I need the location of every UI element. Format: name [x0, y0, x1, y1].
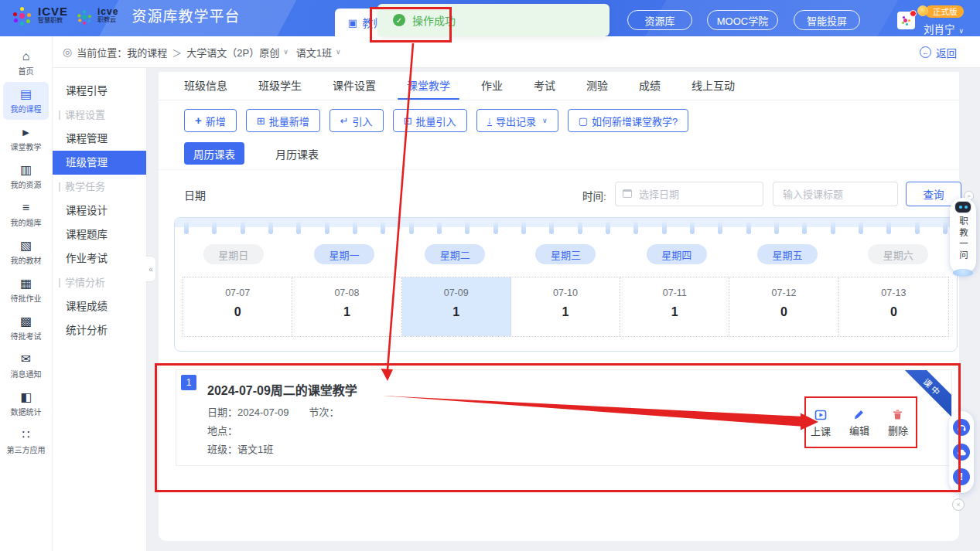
tab-online-interaction[interactable]: 线上互动 — [691, 72, 735, 100]
submenu-course-grades[interactable]: 课程成绩 — [53, 294, 146, 318]
assistant-label: 职教一问 — [957, 216, 969, 261]
back-arrow-icon — [920, 46, 931, 58]
sidebar-collapse-handle[interactable]: « — [146, 256, 156, 282]
tab-class-info[interactable]: 班级信息 — [184, 72, 227, 100]
sidebar-item-textbooks[interactable]: 我的教材 — [3, 233, 49, 271]
import-button[interactable]: 引入 — [330, 109, 384, 132]
app-grid-icon[interactable] — [897, 12, 915, 29]
date-cell[interactable]: 07-12 0 — [729, 277, 838, 336]
exam-icon — [20, 315, 32, 328]
date-picker-input[interactable] — [615, 182, 763, 206]
home-icon — [22, 50, 30, 63]
brand2-name: icve — [97, 7, 118, 17]
binder-rings — [184, 222, 948, 235]
sidebar-item-third-party-apps[interactable]: 第三方应用 — [3, 423, 49, 461]
tab-class-students[interactable]: 班级学生 — [258, 72, 302, 100]
day-pill-saturday[interactable]: 星期六 — [868, 244, 928, 264]
brand2-sub: 职教云 — [97, 17, 118, 23]
start-class-button[interactable]: 上课 — [811, 409, 831, 438]
batch-add-button[interactable]: 批量新增 — [246, 109, 320, 132]
submenu-course-question-bank[interactable]: 课程题库 — [53, 223, 146, 247]
date-cell[interactable]: 07-13 0 — [839, 277, 948, 336]
date-cell-selected[interactable]: 07-09 1 — [402, 277, 511, 336]
tab-grades[interactable]: 成绩 — [639, 72, 661, 100]
back-button[interactable]: 返回 — [920, 36, 957, 68]
submenu-course-design[interactable]: 课程设计 — [53, 199, 146, 223]
day-pill-sunday[interactable]: 星期日 — [203, 244, 264, 264]
breadcrumb-my-courses[interactable]: 我的课程 — [127, 45, 167, 60]
date-cell[interactable]: 07-11 1 — [620, 277, 729, 336]
toolbar: 新增 批量新增 引入 批量引入 导出记录 ∨ 如何新增课堂教学? — [184, 109, 688, 132]
tab-quizzes[interactable]: 测验 — [586, 72, 608, 100]
submenu-course-guide[interactable]: 课程引导 — [53, 79, 146, 103]
lesson-title: 2024-07-09周二的课堂教学 — [207, 380, 357, 399]
day-pill-friday[interactable]: 星期五 — [757, 244, 818, 264]
feedback-icon[interactable]: ! — [953, 468, 970, 485]
sidebar-item-homework-review[interactable]: 待批作业 — [3, 271, 49, 309]
sidebar-item-question-bank[interactable]: 我的题库 — [3, 196, 49, 233]
date-cell[interactable]: 07-08 1 — [292, 277, 401, 336]
floating-tools: ! — [949, 411, 974, 493]
weekday-row: 星期日 星期一 星期二 星期三 星期四 星期五 星期六 — [178, 244, 954, 264]
sidebar-item-notifications[interactable]: 消息通知 — [3, 347, 49, 385]
delete-button[interactable]: 删除 — [888, 409, 908, 438]
date-section-label: 日期 — [184, 187, 206, 202]
day-pill-wednesday[interactable]: 星期三 — [535, 244, 596, 264]
add-button[interactable]: 新增 — [184, 109, 237, 132]
support-headset-icon[interactable] — [953, 419, 970, 436]
submenu-class-management[interactable]: 班级管理 — [53, 151, 146, 175]
cloud-decoration — [953, 269, 973, 277]
sidebar-item-home[interactable]: 首页 — [3, 44, 49, 82]
batch-import-button[interactable]: 批量引入 — [393, 109, 467, 132]
lesson-actions: 上课 编辑 删除 — [811, 409, 908, 438]
location-icon — [63, 46, 77, 58]
sidebar-item-data-statistics[interactable]: 数据统计 — [3, 385, 49, 423]
nav-mooc-academy[interactable]: MOOC学院 — [707, 10, 778, 30]
monthly-schedule-tab[interactable]: 月历课表 — [275, 146, 319, 162]
textbook-icon — [20, 240, 32, 252]
nav-resource-library[interactable]: 资源库 — [627, 10, 692, 30]
day-pill-thursday[interactable]: 星期四 — [647, 244, 707, 264]
user-menu[interactable]: 刘肖宁 — [924, 21, 964, 36]
export-records-button[interactable]: 导出记录 ∨ — [476, 109, 558, 132]
chart-icon — [20, 391, 32, 403]
schedule-view-tabs: 周历课表 月历课表 — [184, 142, 319, 165]
sidebar-item-my-resources[interactable]: 我的资源 — [3, 158, 49, 196]
tab-exams[interactable]: 考试 — [534, 72, 555, 100]
pencil-icon — [853, 409, 865, 420]
tab-courseware-settings[interactable]: 课件设置 — [333, 72, 376, 100]
sidebar-item-exam-review[interactable]: 待批考试 — [3, 309, 49, 347]
brand1-sub: 智慧职教 — [38, 18, 68, 24]
submenu-homework-exam[interactable]: 作业考试 — [53, 247, 146, 270]
plus-icon — [195, 115, 202, 126]
date-cell[interactable]: 07-10 1 — [511, 277, 620, 336]
day-pill-monday[interactable]: 星期一 — [314, 244, 374, 264]
breadcrumb-course-dropdown[interactable]: 大学语文（2P）原创 — [186, 45, 279, 60]
list-icon — [22, 202, 29, 214]
edit-button[interactable]: 编辑 — [849, 409, 869, 438]
widget-close-icon[interactable]: × — [952, 498, 965, 511]
day-pill-tuesday[interactable]: 星期二 — [425, 244, 485, 264]
submenu-statistics-analysis[interactable]: 统计分析 — [53, 318, 146, 342]
brand1-name: ICVE — [38, 5, 68, 18]
sidebar-item-my-courses[interactable]: 我的课程 — [3, 82, 49, 120]
breadcrumb-class-dropdown[interactable]: 语文1班 — [296, 45, 332, 60]
sidebar-item-classroom-teaching[interactable]: 课堂教学 — [3, 120, 49, 158]
submenu-course-management[interactable]: 课程管理 — [53, 127, 146, 151]
download-icon — [487, 115, 493, 126]
date-cell[interactable]: 07-07 0 — [183, 277, 292, 336]
assistant-widget[interactable]: 职教一问 — [950, 198, 976, 274]
lesson-card: 1 2024-07-09周二的课堂教学 日期：2024-07-09节次： 地点：… — [176, 369, 952, 466]
page-title: 资源库教学平台 — [131, 5, 240, 26]
tab-homework[interactable]: 作业 — [481, 72, 503, 100]
nav-smart-cast[interactable]: 智能投屏 — [794, 10, 860, 30]
lesson-class-label: 班级： — [207, 444, 237, 455]
cloud-sync-icon[interactable] — [953, 444, 970, 461]
lesson-title-input[interactable] — [773, 182, 898, 206]
submenu-section-learning-analysis: 学情分析 — [53, 270, 146, 294]
weekly-schedule-tab[interactable]: 周历课表 — [184, 142, 244, 165]
apps-grid-icon — [22, 429, 29, 441]
how-to-add-help-button[interactable]: 如何新增课堂教学? — [568, 109, 689, 132]
calendar-icon — [623, 189, 632, 198]
tab-classroom-teaching[interactable]: 课堂教学 — [407, 72, 450, 100]
